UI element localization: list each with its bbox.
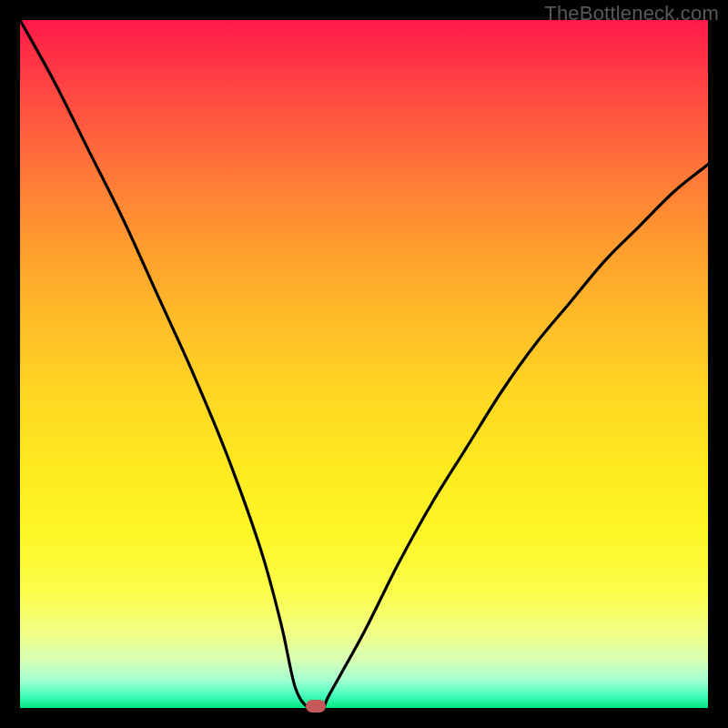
optimal-point-marker xyxy=(306,700,326,713)
bottleneck-curve xyxy=(20,20,708,708)
watermark-text: TheBottleneck.com xyxy=(544,2,719,25)
